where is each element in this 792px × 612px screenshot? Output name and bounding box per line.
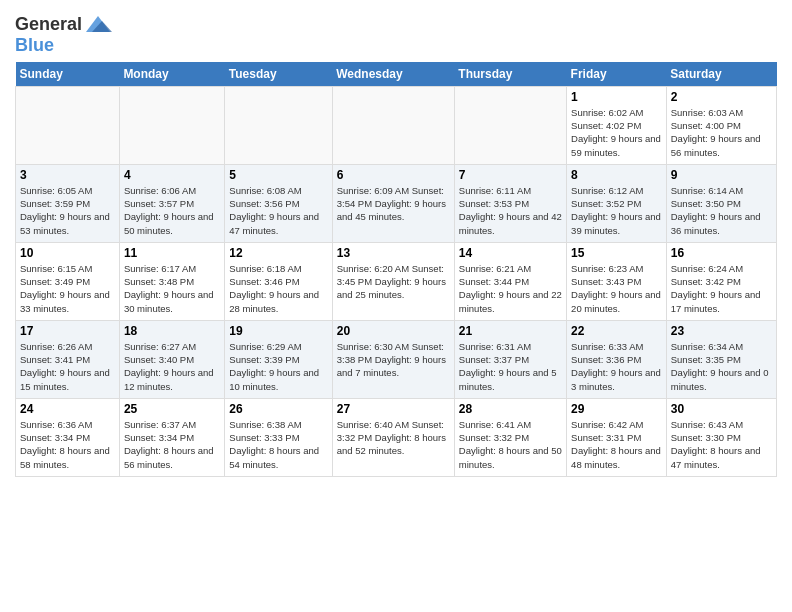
day-number: 30 bbox=[671, 402, 772, 416]
calendar-cell bbox=[454, 86, 566, 164]
day-number: 14 bbox=[459, 246, 562, 260]
calendar-table: SundayMondayTuesdayWednesdayThursdayFrid… bbox=[15, 62, 777, 477]
day-number: 1 bbox=[571, 90, 662, 104]
main-container: General Blue SundayMondayTuesdayWednesda… bbox=[0, 0, 792, 482]
day-info: Sunrise: 6:27 AM Sunset: 3:40 PM Dayligh… bbox=[124, 340, 220, 393]
day-number: 29 bbox=[571, 402, 662, 416]
day-info: Sunrise: 6:14 AM Sunset: 3:50 PM Dayligh… bbox=[671, 184, 772, 237]
day-number: 9 bbox=[671, 168, 772, 182]
day-info: Sunrise: 6:05 AM Sunset: 3:59 PM Dayligh… bbox=[20, 184, 115, 237]
day-number: 27 bbox=[337, 402, 450, 416]
day-info: Sunrise: 6:30 AM Sunset: 3:38 PM Dayligh… bbox=[337, 340, 450, 380]
day-number: 7 bbox=[459, 168, 562, 182]
calendar-cell: 10Sunrise: 6:15 AM Sunset: 3:49 PM Dayli… bbox=[16, 242, 120, 320]
calendar-cell bbox=[119, 86, 224, 164]
calendar-cell: 20Sunrise: 6:30 AM Sunset: 3:38 PM Dayli… bbox=[332, 320, 454, 398]
calendar-header-row: SundayMondayTuesdayWednesdayThursdayFrid… bbox=[16, 62, 777, 87]
day-number: 8 bbox=[571, 168, 662, 182]
day-number: 13 bbox=[337, 246, 450, 260]
calendar-header-monday: Monday bbox=[119, 62, 224, 87]
calendar-cell: 6Sunrise: 6:09 AM Sunset: 3:54 PM Daylig… bbox=[332, 164, 454, 242]
day-info: Sunrise: 6:38 AM Sunset: 3:33 PM Dayligh… bbox=[229, 418, 327, 471]
calendar-cell: 17Sunrise: 6:26 AM Sunset: 3:41 PM Dayli… bbox=[16, 320, 120, 398]
day-info: Sunrise: 6:03 AM Sunset: 4:00 PM Dayligh… bbox=[671, 106, 772, 159]
calendar-cell: 26Sunrise: 6:38 AM Sunset: 3:33 PM Dayli… bbox=[225, 398, 332, 476]
day-number: 16 bbox=[671, 246, 772, 260]
day-number: 21 bbox=[459, 324, 562, 338]
day-number: 26 bbox=[229, 402, 327, 416]
calendar-header-sunday: Sunday bbox=[16, 62, 120, 87]
calendar-header-saturday: Saturday bbox=[666, 62, 776, 87]
day-number: 17 bbox=[20, 324, 115, 338]
day-number: 23 bbox=[671, 324, 772, 338]
day-info: Sunrise: 6:06 AM Sunset: 3:57 PM Dayligh… bbox=[124, 184, 220, 237]
day-number: 25 bbox=[124, 402, 220, 416]
calendar-header-friday: Friday bbox=[567, 62, 667, 87]
calendar-week-4: 17Sunrise: 6:26 AM Sunset: 3:41 PM Dayli… bbox=[16, 320, 777, 398]
day-info: Sunrise: 6:43 AM Sunset: 3:30 PM Dayligh… bbox=[671, 418, 772, 471]
calendar-week-2: 3Sunrise: 6:05 AM Sunset: 3:59 PM Daylig… bbox=[16, 164, 777, 242]
day-info: Sunrise: 6:42 AM Sunset: 3:31 PM Dayligh… bbox=[571, 418, 662, 471]
day-info: Sunrise: 6:09 AM Sunset: 3:54 PM Dayligh… bbox=[337, 184, 450, 224]
day-number: 19 bbox=[229, 324, 327, 338]
calendar-cell: 5Sunrise: 6:08 AM Sunset: 3:56 PM Daylig… bbox=[225, 164, 332, 242]
logo-blue-text: Blue bbox=[15, 35, 54, 55]
day-info: Sunrise: 6:20 AM Sunset: 3:45 PM Dayligh… bbox=[337, 262, 450, 302]
calendar-cell: 11Sunrise: 6:17 AM Sunset: 3:48 PM Dayli… bbox=[119, 242, 224, 320]
calendar-cell: 16Sunrise: 6:24 AM Sunset: 3:42 PM Dayli… bbox=[666, 242, 776, 320]
calendar-cell: 7Sunrise: 6:11 AM Sunset: 3:53 PM Daylig… bbox=[454, 164, 566, 242]
calendar-cell bbox=[16, 86, 120, 164]
calendar-week-5: 24Sunrise: 6:36 AM Sunset: 3:34 PM Dayli… bbox=[16, 398, 777, 476]
day-number: 22 bbox=[571, 324, 662, 338]
day-info: Sunrise: 6:41 AM Sunset: 3:32 PM Dayligh… bbox=[459, 418, 562, 471]
calendar-cell: 21Sunrise: 6:31 AM Sunset: 3:37 PM Dayli… bbox=[454, 320, 566, 398]
day-info: Sunrise: 6:26 AM Sunset: 3:41 PM Dayligh… bbox=[20, 340, 115, 393]
day-info: Sunrise: 6:34 AM Sunset: 3:35 PM Dayligh… bbox=[671, 340, 772, 393]
day-number: 2 bbox=[671, 90, 772, 104]
calendar-cell: 23Sunrise: 6:34 AM Sunset: 3:35 PM Dayli… bbox=[666, 320, 776, 398]
calendar-cell: 28Sunrise: 6:41 AM Sunset: 3:32 PM Dayli… bbox=[454, 398, 566, 476]
day-info: Sunrise: 6:02 AM Sunset: 4:02 PM Dayligh… bbox=[571, 106, 662, 159]
calendar-cell: 27Sunrise: 6:40 AM Sunset: 3:32 PM Dayli… bbox=[332, 398, 454, 476]
day-info: Sunrise: 6:31 AM Sunset: 3:37 PM Dayligh… bbox=[459, 340, 562, 393]
day-info: Sunrise: 6:36 AM Sunset: 3:34 PM Dayligh… bbox=[20, 418, 115, 471]
calendar-cell: 3Sunrise: 6:05 AM Sunset: 3:59 PM Daylig… bbox=[16, 164, 120, 242]
day-info: Sunrise: 6:12 AM Sunset: 3:52 PM Dayligh… bbox=[571, 184, 662, 237]
calendar-cell: 22Sunrise: 6:33 AM Sunset: 3:36 PM Dayli… bbox=[567, 320, 667, 398]
calendar-cell: 25Sunrise: 6:37 AM Sunset: 3:34 PM Dayli… bbox=[119, 398, 224, 476]
calendar-cell: 2Sunrise: 6:03 AM Sunset: 4:00 PM Daylig… bbox=[666, 86, 776, 164]
day-number: 15 bbox=[571, 246, 662, 260]
calendar-header-thursday: Thursday bbox=[454, 62, 566, 87]
day-info: Sunrise: 6:37 AM Sunset: 3:34 PM Dayligh… bbox=[124, 418, 220, 471]
calendar-cell: 9Sunrise: 6:14 AM Sunset: 3:50 PM Daylig… bbox=[666, 164, 776, 242]
logo-text: General bbox=[15, 15, 82, 35]
day-info: Sunrise: 6:17 AM Sunset: 3:48 PM Dayligh… bbox=[124, 262, 220, 315]
calendar-cell bbox=[225, 86, 332, 164]
day-number: 20 bbox=[337, 324, 450, 338]
calendar-cell: 18Sunrise: 6:27 AM Sunset: 3:40 PM Dayli… bbox=[119, 320, 224, 398]
calendar-cell: 29Sunrise: 6:42 AM Sunset: 3:31 PM Dayli… bbox=[567, 398, 667, 476]
calendar-cell: 4Sunrise: 6:06 AM Sunset: 3:57 PM Daylig… bbox=[119, 164, 224, 242]
header: General Blue bbox=[15, 10, 777, 56]
day-number: 5 bbox=[229, 168, 327, 182]
day-info: Sunrise: 6:15 AM Sunset: 3:49 PM Dayligh… bbox=[20, 262, 115, 315]
day-number: 12 bbox=[229, 246, 327, 260]
calendar-cell: 15Sunrise: 6:23 AM Sunset: 3:43 PM Dayli… bbox=[567, 242, 667, 320]
day-info: Sunrise: 6:23 AM Sunset: 3:43 PM Dayligh… bbox=[571, 262, 662, 315]
calendar-header-wednesday: Wednesday bbox=[332, 62, 454, 87]
calendar-cell: 13Sunrise: 6:20 AM Sunset: 3:45 PM Dayli… bbox=[332, 242, 454, 320]
calendar-header-tuesday: Tuesday bbox=[225, 62, 332, 87]
day-number: 28 bbox=[459, 402, 562, 416]
day-info: Sunrise: 6:29 AM Sunset: 3:39 PM Dayligh… bbox=[229, 340, 327, 393]
calendar-week-1: 1Sunrise: 6:02 AM Sunset: 4:02 PM Daylig… bbox=[16, 86, 777, 164]
calendar-cell bbox=[332, 86, 454, 164]
logo-icon bbox=[84, 14, 112, 36]
calendar-cell: 14Sunrise: 6:21 AM Sunset: 3:44 PM Dayli… bbox=[454, 242, 566, 320]
day-number: 11 bbox=[124, 246, 220, 260]
day-number: 6 bbox=[337, 168, 450, 182]
calendar-cell: 30Sunrise: 6:43 AM Sunset: 3:30 PM Dayli… bbox=[666, 398, 776, 476]
day-number: 10 bbox=[20, 246, 115, 260]
day-number: 3 bbox=[20, 168, 115, 182]
calendar-cell: 19Sunrise: 6:29 AM Sunset: 3:39 PM Dayli… bbox=[225, 320, 332, 398]
day-number: 18 bbox=[124, 324, 220, 338]
